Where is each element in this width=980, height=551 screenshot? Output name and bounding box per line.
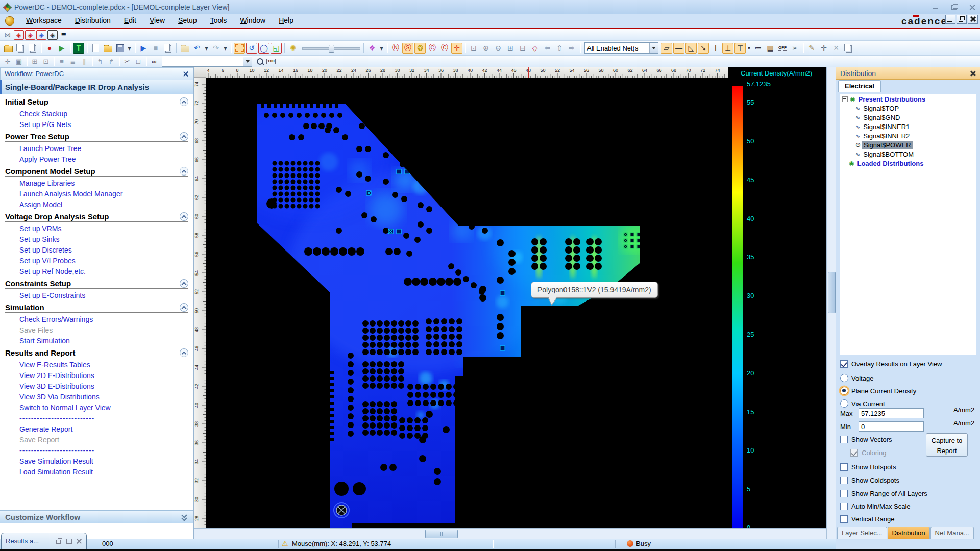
play-macro-icon[interactable]: ▶: [56, 43, 67, 54]
delete-node-icon[interactable]: ✕: [830, 43, 842, 54]
collapse-section-icon[interactable]: [180, 132, 188, 141]
results-tab[interactable]: Results a...: [1, 533, 87, 549]
dim-layers-icon[interactable]: ✺: [287, 43, 299, 54]
workflow-item-set-up-vrms[interactable]: Set up VRMs: [5, 223, 188, 234]
annotate-icon[interactable]: ✎: [806, 43, 817, 54]
window-restore-icon[interactable]: [950, 4, 958, 10]
tree-expander-icon[interactable]: [842, 96, 848, 102]
results-maximize-icon[interactable]: [66, 538, 72, 544]
tab-electrical[interactable]: Electrical: [838, 80, 881, 92]
workflow-item-set-up-e-constraints[interactable]: Set up E-Constraints: [5, 290, 188, 301]
start-simulation-icon[interactable]: ▶: [138, 43, 149, 54]
menu-distribution[interactable]: Distribution: [68, 16, 117, 24]
save-file-icon[interactable]: [114, 43, 126, 54]
net-filter-combobox-dropdown-icon[interactable]: [649, 43, 658, 53]
stackup-merge-icon[interactable]: ∥: [79, 57, 89, 66]
zoom-last-icon[interactable]: ⊟: [517, 43, 528, 54]
tree-item-signal-inner2[interactable]: ∿Signal$INNER2: [840, 131, 976, 140]
checkbox-icon[interactable]: [840, 515, 848, 523]
power-tree-icon[interactable]: T: [73, 43, 84, 54]
workflow-item-apply-power-tree[interactable]: Apply Power Tree: [5, 154, 188, 165]
radio-via-current[interactable]: Via Current: [840, 399, 885, 408]
view-top-icon[interactable]: ⇧: [554, 43, 565, 54]
net-c1-icon[interactable]: Ⓒ: [427, 43, 438, 54]
net-spiral-icon[interactable]: ❂: [414, 43, 426, 54]
workflow-item-load-simulation-result[interactable]: Load Simulation Result: [5, 467, 188, 478]
angle-trace-icon[interactable]: ◺: [685, 43, 697, 54]
checkbox-icon[interactable]: [840, 436, 848, 443]
net-s-icon[interactable]: Ⓢ: [402, 43, 413, 54]
panel-tab-layer-selec-[interactable]: Layer Selec...: [837, 527, 887, 539]
workflow-item-check-stackup[interactable]: Check Stackup: [5, 109, 188, 119]
menu-window[interactable]: Window: [233, 16, 272, 24]
tree-item-signal-inner1[interactable]: ∿Signal$INNER1: [840, 122, 976, 131]
overlay-results-checkbox[interactable]: Overlay Results on Layer View: [840, 360, 942, 368]
menu-view[interactable]: View: [143, 16, 172, 24]
collapse-section-icon[interactable]: [180, 279, 188, 288]
menu-workspace[interactable]: Workspace: [19, 16, 68, 24]
undo-dropdown[interactable]: ▾: [204, 43, 209, 54]
open-file-icon[interactable]: [102, 43, 113, 54]
component-grid-icon[interactable]: ▦: [765, 43, 776, 54]
workflow-item-assign-model[interactable]: Assign Model: [5, 199, 188, 210]
workflow-item-launch-analysis-model-manager[interactable]: Launch Analysis Model Manager: [5, 189, 188, 199]
workflow-item-set-up-discretes[interactable]: Set up Discretes: [5, 245, 188, 256]
document-close-icon[interactable]: [968, 15, 978, 24]
off-overlay-icon[interactable]: OFF: [777, 43, 788, 54]
collapse-section-icon[interactable]: [180, 97, 188, 106]
zoom-in-icon[interactable]: ⊕: [480, 43, 492, 54]
customize-workflow-bar[interactable]: Customize Workflow: [0, 510, 193, 523]
net-filter-combobox[interactable]: All Enabled Net(s: [584, 42, 658, 54]
horizontal-scroll-thumb[interactable]: [425, 530, 458, 538]
stackup-split-icon[interactable]: ≣: [68, 57, 78, 66]
tree-item-signal-top[interactable]: ∿Signal$TOP: [840, 104, 976, 113]
search-combobox[interactable]: [162, 56, 252, 67]
collapse-section-icon[interactable]: [180, 212, 188, 221]
via-stamp-icon[interactable]: ⊥: [722, 43, 733, 54]
checkbox-show-hotspots[interactable]: Show Hotspots: [840, 463, 896, 471]
pad-plus-icon[interactable]: ✛: [451, 43, 462, 54]
workflow-item-view-e-results-tables[interactable]: View E-Results Tables: [19, 360, 90, 370]
workflow-item-generate-report[interactable]: Generate Report: [5, 424, 188, 435]
tree-item-signal-bottom[interactable]: ∿Signal$BOTTOM: [840, 149, 976, 159]
window-minimize-icon[interactable]: [932, 4, 939, 10]
collapse-section-icon[interactable]: [180, 303, 188, 312]
color-palette-icon[interactable]: ❖: [366, 43, 378, 54]
pan-view-icon[interactable]: ⊡: [468, 43, 479, 54]
copy-image-icon[interactable]: [162, 43, 174, 54]
rotate-right-icon[interactable]: ↱: [106, 57, 116, 66]
probe-trace-icon[interactable]: ➘: [698, 43, 709, 54]
capture-to-report-button[interactable]: Capture to Report: [926, 433, 968, 457]
checkbox-icon[interactable]: [840, 360, 848, 368]
view-back-icon[interactable]: ⇦: [542, 43, 553, 54]
new-file-icon[interactable]: [90, 43, 101, 54]
results-close-icon[interactable]: [76, 538, 82, 544]
checkbox-vertical-range[interactable]: Vertical Range: [840, 515, 895, 523]
redo-dropdown[interactable]: ▾: [223, 43, 228, 54]
workflow-item-set-up-v-i-probes[interactable]: Set up V/I Probes: [5, 256, 188, 266]
model-extraction-icon[interactable]: ◈: [47, 30, 58, 40]
checkbox-show-vectors[interactable]: Show Vectors: [840, 436, 892, 443]
polygon-select-icon[interactable]: ◇: [529, 43, 541, 54]
workflow-close-icon[interactable]: [183, 71, 189, 77]
collapse-section-icon[interactable]: [180, 167, 188, 176]
save-options-dropdown[interactable]: ▾: [127, 43, 132, 54]
zoom-fit-icon[interactable]: ◱: [271, 43, 282, 54]
open-board-icon[interactable]: [3, 43, 14, 54]
radio-icon[interactable]: [840, 374, 848, 382]
pad-horizontal-icon[interactable]: ⊞: [30, 57, 40, 66]
checkbox-show-coldspots[interactable]: Show Coldspots: [840, 477, 899, 484]
workflow-item-set-up-ref-node-etc[interactable]: Set up Ref Node,etc.: [5, 266, 188, 277]
max-value-input[interactable]: [859, 408, 924, 418]
menu-help[interactable]: Help: [272, 16, 300, 24]
brightness-slider[interactable]: [300, 43, 361, 54]
view-forward-icon[interactable]: ⇨: [566, 43, 577, 54]
tree-item-present-distributions[interactable]: ◉Present Distributions: [840, 94, 976, 104]
tree-item-loaded-distributions[interactable]: ◉Loaded Distributions: [840, 159, 976, 168]
workflow-item-view-3d-e-distributions[interactable]: View 3D E-Distributions: [5, 381, 188, 392]
measure-icon[interactable]: 100: [266, 57, 276, 66]
menu-setup[interactable]: Setup: [172, 16, 204, 24]
checkbox-auto-min-max-scale[interactable]: Auto Min/Max Scale: [840, 503, 911, 510]
zoom-area-icon[interactable]: ◯: [258, 43, 270, 54]
zoom-out-icon[interactable]: ⊖: [493, 43, 504, 54]
